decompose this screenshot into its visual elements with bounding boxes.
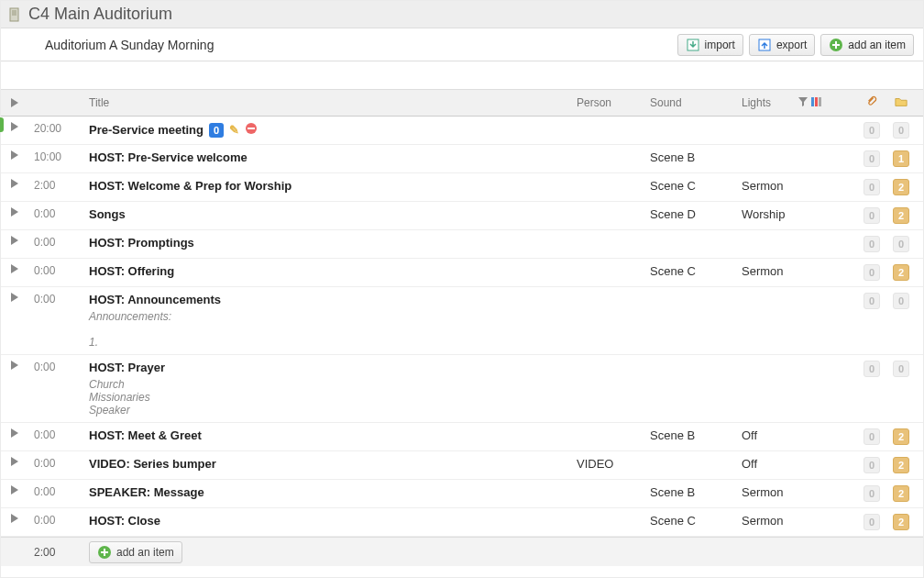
table-row[interactable]: 0:00HOST: Meet & GreetScene BOff02 (1, 423, 923, 451)
play-icon[interactable] (11, 428, 18, 438)
import-label: import (705, 39, 735, 51)
table-row[interactable]: 0:00HOST: CloseScene CSermon02 (1, 508, 923, 537)
col-sound[interactable]: Sound (644, 90, 736, 116)
person-cell (571, 480, 644, 507)
attachment-count[interactable]: 0 (864, 236, 880, 252)
lights-cell: Sermon (736, 480, 828, 507)
row-title: HOST: Pre-Service welcome (89, 150, 248, 164)
person-cell (571, 145, 644, 172)
time-cell: 20:00 (28, 117, 83, 144)
note-count[interactable]: 2 (893, 514, 909, 530)
play-icon[interactable] (11, 514, 18, 523)
person-cell (571, 508, 644, 536)
play-icon[interactable] (11, 361, 18, 370)
col-title[interactable]: Title (83, 90, 571, 116)
attachment-count[interactable]: 0 (864, 150, 880, 167)
person-cell (571, 117, 644, 144)
lights-cell (736, 230, 828, 258)
edit-icon[interactable]: ✎ (229, 123, 239, 137)
export-button[interactable]: export (749, 34, 815, 56)
lights-cell: Sermon (736, 259, 828, 286)
columns-icon[interactable] (811, 96, 822, 109)
table-row[interactable]: 10:00HOST: Pre-Service welcomeScene B01 (1, 145, 923, 173)
export-icon (757, 38, 772, 52)
sound-cell: Scene B (644, 423, 736, 450)
attachment-count[interactable]: 0 (864, 179, 880, 195)
row-subtext: Church Missionaries Speaker (89, 378, 150, 417)
attachment-count[interactable]: 0 (864, 361, 880, 377)
note-count[interactable]: 0 (893, 236, 909, 252)
note-count[interactable]: 2 (893, 179, 909, 195)
attachment-count[interactable]: 0 (864, 485, 880, 502)
table-row[interactable]: 0:00HOST: AnnouncementsAnnouncements: 1.… (1, 287, 923, 355)
note-count[interactable]: 0 (893, 293, 909, 309)
note-count[interactable]: 1 (893, 150, 909, 167)
col-person[interactable]: Person (571, 90, 644, 116)
row-title: HOST: Promptings (89, 236, 194, 250)
service-bar: Auditorium A Sunday Morning import expor… (1, 28, 923, 61)
person-cell (571, 230, 644, 258)
table-row[interactable]: 0:00HOST: OfferingScene CSermon02 (1, 259, 923, 287)
col-lights[interactable]: Lights (736, 90, 828, 116)
table-row[interactable]: 0:00SongsScene DWorship02 (1, 202, 923, 230)
import-button[interactable]: import (677, 34, 743, 56)
note-count[interactable]: 2 (893, 485, 909, 502)
row-title: HOST: Meet & Greet (89, 428, 202, 442)
page-title: C4 Main Auditorium (28, 5, 172, 24)
time-cell: 0:00 (28, 259, 83, 286)
comment-count-badge[interactable]: 0 (209, 123, 224, 138)
sound-cell (644, 451, 736, 479)
attachment-count[interactable]: 0 (864, 514, 880, 530)
grid-header: Title Person Sound Lights (1, 90, 923, 117)
filter-icon[interactable] (798, 96, 808, 109)
attachment-count[interactable]: 0 (864, 428, 880, 445)
play-icon[interactable] (11, 150, 18, 160)
play-icon[interactable] (11, 207, 18, 217)
note-count[interactable]: 2 (893, 264, 909, 281)
attachment-count[interactable]: 0 (864, 207, 880, 224)
play-icon[interactable] (11, 264, 18, 273)
table-row[interactable]: 0:00HOST: Promptings00 (1, 230, 923, 259)
play-icon[interactable] (11, 485, 18, 495)
table-row[interactable]: 0:00VIDEO: Series bumperVIDEOOff02 (1, 451, 923, 480)
attachment-count[interactable]: 0 (864, 457, 880, 473)
person-cell (571, 259, 644, 286)
delete-icon[interactable] (245, 122, 258, 138)
folder-icon (895, 95, 908, 111)
titlebar: C4 Main Auditorium (1, 1, 923, 28)
attachment-icon (865, 95, 878, 111)
play-icon[interactable] (11, 457, 18, 466)
attachment-count[interactable]: 0 (864, 264, 880, 281)
play-icon[interactable] (11, 236, 18, 245)
table-row[interactable]: 20:00Pre-Service meeting0✎00 (1, 117, 923, 145)
time-cell: 2:00 (28, 173, 83, 201)
note-count[interactable]: 0 (893, 122, 909, 139)
sound-cell: Scene B (644, 145, 736, 172)
note-count[interactable]: 2 (893, 457, 909, 473)
lights-cell (736, 355, 828, 422)
attachment-count[interactable]: 0 (864, 122, 880, 139)
add-item-inline-button[interactable]: add an item (89, 541, 182, 563)
attachment-count[interactable]: 0 (864, 293, 880, 309)
table-row[interactable]: 2:00HOST: Welcome & Prep for WorshipScen… (1, 173, 923, 202)
table-row[interactable]: 0:00SPEAKER: MessageScene BSermon02 (1, 480, 923, 508)
grid-footer: 2:00 add an item (1, 537, 923, 566)
play-icon[interactable] (11, 122, 18, 131)
play-icon[interactable] (11, 293, 18, 302)
note-count[interactable]: 2 (893, 207, 909, 224)
sound-cell (644, 230, 736, 258)
add-item-button[interactable]: add an item (820, 34, 914, 56)
row-title: HOST: Offering (89, 264, 174, 278)
note-count[interactable]: 2 (893, 428, 909, 445)
row-title: Songs (89, 207, 126, 221)
sound-cell: Scene D (644, 202, 736, 229)
note-count[interactable]: 0 (893, 361, 909, 377)
table-row[interactable]: 0:00HOST: PrayerChurch Missionaries Spea… (1, 355, 923, 423)
row-title: VIDEO: Series bumper (89, 457, 216, 471)
person-cell (571, 202, 644, 229)
lights-cell: Sermon (736, 508, 828, 536)
row-title: HOST: Welcome & Prep for Worship (89, 179, 292, 193)
play-icon[interactable] (11, 179, 18, 188)
row-subtext: Announcements: 1. (89, 310, 171, 349)
service-name: Auditorium A Sunday Morning (45, 38, 672, 52)
